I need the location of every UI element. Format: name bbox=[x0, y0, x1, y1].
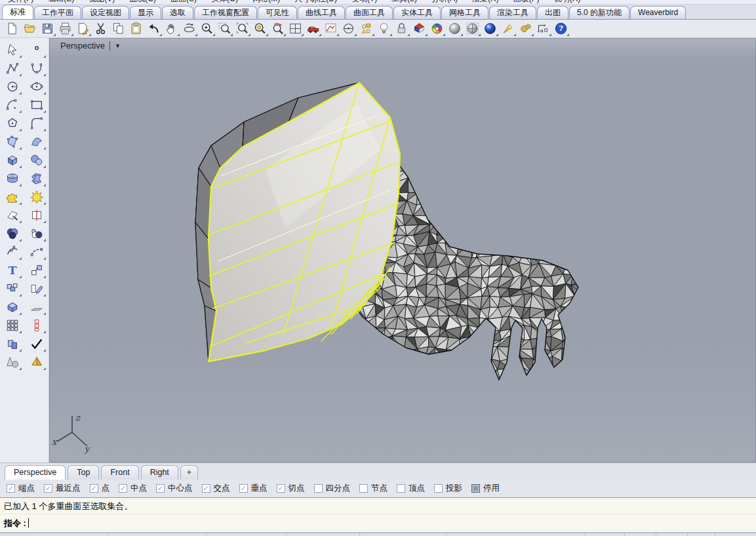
polygon-tool-button[interactable] bbox=[2, 114, 22, 132]
zoom-extents-button[interactable] bbox=[233, 20, 251, 37]
toolbar-tab-网格工具[interactable]: 网格工具 bbox=[441, 6, 488, 19]
explode-tool-button[interactable] bbox=[2, 188, 22, 205]
extend-curve-tool-button[interactable] bbox=[26, 243, 47, 260]
solid-union-tool-button[interactable] bbox=[2, 298, 22, 316]
osnap-中点[interactable]: ✓中点 bbox=[119, 483, 147, 494]
save-button[interactable] bbox=[39, 20, 56, 37]
menubar-item[interactable]: 分析(A) bbox=[431, 0, 458, 5]
osnap-checkbox[interactable]: ✓ bbox=[44, 484, 52, 493]
copy-button[interactable] bbox=[109, 20, 127, 37]
surface-from-points-tool-button[interactable] bbox=[2, 133, 22, 150]
color-wheel-button[interactable] bbox=[428, 20, 446, 37]
osnap-checkbox[interactable]: ✓ bbox=[7, 484, 15, 493]
toolbar-tab-标准[interactable]: 标准 bbox=[2, 5, 33, 19]
join-tool-button[interactable] bbox=[2, 335, 22, 352]
osnap-四分点[interactable]: 四分点 bbox=[314, 483, 351, 494]
set-cplane-button[interactable] bbox=[340, 20, 357, 37]
osnap-停用[interactable]: 停用 bbox=[471, 483, 500, 494]
select-tool-button[interactable] bbox=[2, 41, 22, 58]
boolean-difference-tool-button[interactable] bbox=[26, 224, 47, 242]
viewport-tab-top[interactable]: Top bbox=[68, 465, 99, 480]
surface-corner-tool-button[interactable] bbox=[26, 133, 47, 150]
osnap-投影[interactable]: 投影 bbox=[434, 483, 462, 494]
print-button[interactable] bbox=[56, 20, 74, 37]
smash-tool-button[interactable] bbox=[26, 188, 47, 205]
cone-tool-button[interactable] bbox=[2, 353, 22, 371]
command-prompt[interactable]: 指令 : bbox=[0, 514, 756, 532]
selection-filter-button[interactable] bbox=[357, 20, 375, 37]
menubar-item[interactable]: 编辑(E) bbox=[48, 0, 74, 5]
toolbar-tab-可见性[interactable]: 可见性 bbox=[258, 6, 297, 19]
check-objects-tool-button[interactable] bbox=[26, 335, 47, 352]
box-tool-button[interactable] bbox=[2, 151, 22, 169]
lights-button[interactable] bbox=[375, 20, 393, 37]
rendered-viewport-button[interactable] bbox=[481, 20, 499, 37]
toolbar-tab-显示[interactable]: 显示 bbox=[130, 6, 161, 19]
edit-points-tool-button[interactable] bbox=[2, 243, 22, 260]
osnap-节点[interactable]: 节点 bbox=[359, 483, 388, 494]
named-views-button[interactable] bbox=[304, 20, 322, 37]
boolean-union-tool-button[interactable] bbox=[2, 224, 22, 242]
open-button[interactable] bbox=[21, 20, 39, 37]
osnap-切点[interactable]: ✓切点 bbox=[277, 483, 305, 494]
osnap-端点[interactable]: ✓端点 bbox=[7, 483, 35, 494]
osnap-垂点[interactable]: ✓垂点 bbox=[239, 483, 268, 494]
new-viewport-tab-button[interactable]: + bbox=[180, 465, 198, 480]
toolbar-tab-实体工具[interactable]: 实体工具 bbox=[393, 6, 441, 19]
menubar-item[interactable]: 面板(P) bbox=[513, 0, 540, 5]
osnap-checkbox[interactable]: ✓ bbox=[202, 484, 210, 493]
paste-button[interactable] bbox=[127, 20, 145, 37]
osnap-checkbox[interactable]: ✓ bbox=[277, 484, 285, 493]
toolbar-tab-选取[interactable]: 选取 bbox=[162, 6, 193, 19]
osnap-点[interactable]: ✓点 bbox=[90, 483, 110, 494]
menubar-item[interactable]: 曲面(S) bbox=[170, 0, 197, 5]
osnap-中心点[interactable]: ✓中心点 bbox=[156, 483, 193, 494]
menubar-item[interactable]: 变动(T) bbox=[351, 0, 377, 5]
sphere-tool-button[interactable] bbox=[26, 151, 47, 169]
group-tool-button[interactable] bbox=[2, 279, 22, 297]
array-tool-button[interactable] bbox=[2, 316, 22, 334]
menubar-item[interactable]: 曲线(C) bbox=[129, 0, 156, 5]
move-tool-button[interactable] bbox=[26, 261, 47, 279]
osnap-交点[interactable]: ✓交点 bbox=[202, 483, 230, 494]
osnap-checkbox[interactable] bbox=[359, 484, 368, 493]
toolbar-tab-5.0 的新功能[interactable]: 5.0 的新功能 bbox=[569, 6, 629, 19]
viewport-canvas[interactable]: Perspective ▼ zxy bbox=[49, 38, 756, 463]
lock-objects-button[interactable] bbox=[393, 20, 410, 37]
export-with-origin-button[interactable] bbox=[74, 20, 92, 37]
split-tool-button[interactable] bbox=[26, 206, 47, 224]
toolbar-tab-Weaverbird[interactable]: Weaverbird bbox=[630, 6, 686, 19]
ghosted-viewport-button[interactable] bbox=[464, 20, 481, 37]
align-tool-button[interactable] bbox=[26, 316, 47, 334]
render-button[interactable] bbox=[499, 20, 517, 37]
options-button[interactable] bbox=[517, 20, 534, 37]
arc-tool-button[interactable] bbox=[2, 96, 22, 113]
osnap-checkbox[interactable] bbox=[434, 484, 443, 493]
cut-button[interactable] bbox=[92, 20, 109, 37]
menubar-item[interactable]: 渲染(R) bbox=[472, 0, 499, 5]
viewport-tab-right[interactable]: Right bbox=[141, 465, 178, 480]
osnap-checkbox[interactable] bbox=[314, 484, 323, 493]
viewport-title[interactable]: Perspective ▼ bbox=[60, 41, 121, 51]
layer-state-button[interactable] bbox=[410, 20, 428, 37]
help-button[interactable]: ? bbox=[552, 20, 570, 37]
point-tool-button[interactable] bbox=[26, 41, 47, 58]
osnap-checkbox[interactable]: ✓ bbox=[119, 484, 127, 493]
osnap-checkbox[interactable] bbox=[471, 484, 480, 493]
menubar-item[interactable]: 说明(H) bbox=[554, 0, 581, 5]
rectangle-tool-button[interactable] bbox=[26, 96, 47, 113]
toolbar-tab-曲线工具[interactable]: 曲线工具 bbox=[298, 6, 345, 19]
plane-through-pt-tool-button[interactable] bbox=[26, 279, 47, 297]
ellipse-tool-button[interactable] bbox=[26, 77, 47, 95]
zoom-window-button[interactable] bbox=[216, 20, 233, 37]
toolbar-tab-设定视图[interactable]: 设定视图 bbox=[82, 6, 129, 19]
text-tool-button[interactable]: T bbox=[2, 261, 22, 279]
four-viewports-button[interactable] bbox=[287, 20, 304, 37]
osnap-checkbox[interactable]: ✓ bbox=[156, 484, 165, 493]
undo-button[interactable] bbox=[145, 20, 163, 37]
osnap-checkbox[interactable] bbox=[397, 484, 405, 493]
toolbar-tab-曲面工具[interactable]: 曲面工具 bbox=[346, 6, 393, 19]
viewport-tab-perspective[interactable]: Perspective bbox=[5, 465, 66, 480]
rotate-view-button[interactable] bbox=[180, 20, 198, 37]
curve-interpolate-tool-button[interactable] bbox=[26, 59, 47, 77]
